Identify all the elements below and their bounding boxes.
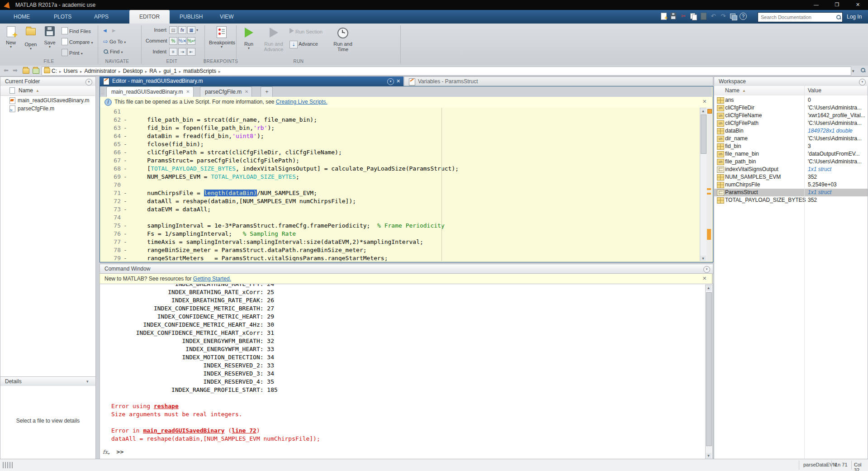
code-line[interactable]: 71- numChirpsFile = length(dataBin)/NUM_… — [100, 189, 712, 197]
code-line[interactable]: 65- fclose(fid_bin); — [100, 140, 712, 148]
current-folder-menu-icon[interactable]: ▾ — [85, 79, 92, 86]
indent-icons[interactable]: ≡⇥⇤ — [169, 48, 196, 56]
print-button[interactable]: Print ▾ — [62, 49, 83, 56]
workspace-row[interactable]: ans0 — [714, 96, 868, 104]
infobar-close-icon[interactable]: ✕ — [702, 99, 707, 105]
insert-icons[interactable]: ▤fx▦▾ — [169, 26, 198, 34]
scrollbar-thumb[interactable] — [701, 114, 707, 154]
workspace-row[interactable]: chfile_name_bin'dataOutputFromEV... — [714, 150, 868, 158]
file-item[interactable]: parseCfgFile.m — [0, 105, 95, 113]
run-and-advance-button[interactable]: Run and Advance — [261, 25, 287, 52]
copy-icon[interactable] — [689, 12, 698, 21]
close-button[interactable]: ✕ — [848, 0, 868, 10]
open-button[interactable]: Open▾ — [21, 25, 41, 51]
resize-grip[interactable] — [3, 462, 14, 468]
browse-folder-icon[interactable] — [33, 67, 39, 74]
command-window-menu-icon[interactable]: ▾ — [703, 266, 710, 273]
advance-button[interactable]: ⇣Advance — [289, 41, 318, 48]
workspace-row[interactable]: numChirpsFile5.2549e+03 — [714, 181, 868, 189]
nav-forward-icon[interactable]: ➡ — [13, 67, 18, 74]
editor-titlebar[interactable]: Editor - main_readGUISavedBinary.m ▾ ✕ — [100, 76, 403, 86]
code-line[interactable]: 70 — [100, 181, 712, 189]
code-line[interactable]: 64- dataBin = fread(fid_bin,'uint8'); — [100, 132, 712, 140]
minimize-button[interactable]: ― — [806, 0, 826, 10]
save-button[interactable]: Save▾ — [40, 25, 60, 49]
forward-arrow-icon[interactable]: ▸ — [112, 26, 116, 34]
editor-tab[interactable]: parseCfgFile.m✕ — [200, 86, 252, 97]
code-line[interactable]: 61 — [100, 108, 712, 116]
editor-close-icon[interactable]: ✕ — [396, 78, 400, 84]
name-column-header[interactable]: Name ▲ — [0, 86, 95, 96]
undo-icon[interactable]: ↶ — [709, 12, 718, 21]
editor-tab[interactable]: main_readGUISavedBinary.m✕ — [106, 86, 194, 97]
variables-titlebar[interactable]: Variables - ParamsStruct — [404, 76, 713, 87]
new-button[interactable]: New▾ — [1, 25, 21, 49]
find-files-button[interactable]: Find Files — [62, 27, 91, 34]
new-script-icon[interactable]: + — [659, 12, 668, 21]
scroll-up-icon[interactable]: ▲ — [706, 285, 711, 291]
breadcrumb-item[interactable]: Users — [62, 68, 79, 74]
tab-grip[interactable] — [101, 88, 104, 95]
workspace-row[interactable]: chfile_path_bin'C:\Users\Administra... — [714, 158, 868, 166]
editor-menu-icon[interactable]: ▾ — [387, 78, 394, 85]
error-link[interactable]: line 72 — [232, 427, 256, 434]
code-line[interactable]: 78- rangeBinSize_meter = ParamsStruct.da… — [100, 246, 712, 254]
code-editor-area[interactable]: 6162- file_path_bin = strcat(dir_name, f… — [100, 108, 712, 261]
ribbon-tab-view[interactable]: VIEW — [210, 10, 244, 24]
search-documentation-input[interactable] — [760, 13, 833, 21]
code-line[interactable]: 62- file_path_bin = strcat(dir_name, fil… — [100, 116, 712, 124]
scroll-down-icon[interactable]: ▼ — [700, 256, 706, 261]
code-line[interactable]: 66- cliCfgFilePath = strcat(cliCfgFileDi… — [100, 148, 712, 157]
cw-infobar-close-icon[interactable]: ✕ — [702, 276, 707, 281]
error-link[interactable]: main_readGUISavedBinary — [143, 427, 224, 434]
ribbon-tab-apps[interactable]: APPS — [84, 10, 119, 24]
switch-windows-icon[interactable] — [729, 12, 738, 21]
workspace-row[interactable]: dataBin1849728x1 double — [714, 127, 868, 135]
nav-back-icon[interactable]: ⬅ — [4, 67, 9, 74]
getting-started-link[interactable]: Getting Started. — [193, 276, 231, 282]
find-button[interactable]: Find ▾ — [103, 49, 123, 54]
workspace-row[interactable]: indexVitalSignsOutput1x1 struct — [714, 166, 868, 173]
login-link[interactable]: Log In — [847, 14, 862, 20]
file-item[interactable]: main_readGUISavedBinary.m — [0, 96, 95, 105]
code-line[interactable]: 73- dataEVM = dataAll; — [100, 205, 712, 214]
new-tab-button[interactable]: + — [261, 86, 273, 97]
workspace-row[interactable]: chdir_name'C:\Users\Administra... — [714, 135, 868, 143]
ribbon-tab-home[interactable]: HOME — [4, 10, 40, 24]
code-line[interactable]: 79- rangeStartMeters = ParamsStruct.vita… — [100, 254, 712, 261]
code-line[interactable]: 63- fid_bin = fopen(file_path_bin,'rb'); — [100, 124, 712, 132]
error-link[interactable]: reshape — [154, 403, 179, 409]
breadcrumb-item[interactable]: gui_1 — [162, 68, 178, 74]
comment-icons[interactable]: %%✕%↵ — [169, 37, 196, 45]
workspace-row[interactable]: chcliCfgFileDir'C:\Users\Administra... — [714, 104, 868, 112]
workspace-row[interactable]: TOTAL_PAYLOAD_SIZE_BYTES352 — [714, 196, 868, 204]
code-line[interactable]: 74 — [100, 214, 712, 222]
collapse-chevron-icon[interactable]: ▾ — [86, 379, 89, 384]
run-and-time-button[interactable]: Run and Time — [330, 25, 356, 52]
back-arrow-icon[interactable]: ◂ — [103, 26, 107, 34]
paste-icon[interactable] — [699, 12, 708, 21]
command-window-scrollbar[interactable]: ▲ ▼ — [705, 285, 713, 459]
breadcrumb-item[interactable]: C: — [50, 68, 58, 74]
search-icon[interactable] — [836, 14, 841, 20]
code-line[interactable]: 68- [TOTAL_PAYLOAD_SIZE_BYTES, indexVita… — [100, 165, 712, 173]
workspace-menu-icon[interactable]: ▾ — [859, 79, 866, 86]
code-line[interactable]: 77- timeAxis = samplingInterval:sampling… — [100, 238, 712, 246]
addressbar-search-icon[interactable] — [860, 67, 866, 73]
tab-close-icon[interactable]: ✕ — [186, 87, 190, 97]
redo-icon[interactable]: ↷ — [719, 12, 728, 21]
workspace-column-headers[interactable]: Name ▲ Value — [714, 86, 868, 96]
breadcrumb-item[interactable]: RA — [148, 68, 158, 74]
workspace-row[interactable]: ParamsStruct1x1 struct — [714, 189, 868, 196]
ribbon-tab-plots[interactable]: PLOTS — [44, 10, 81, 24]
run-button[interactable]: Run▾ — [239, 25, 259, 50]
breadcrumb[interactable]: C:▸Users▸Administrator▸Desktop▸RA▸gui_1▸… — [42, 67, 851, 76]
code-line[interactable]: 67- ParamsStruct= parseCfgFile(cliCfgFil… — [100, 157, 712, 165]
scroll-down-icon[interactable]: ▼ — [706, 453, 711, 459]
workspace-row[interactable]: NUM_SAMPLES_EVM352 — [714, 173, 868, 181]
breadcrumb-item[interactable]: Administrator — [83, 68, 118, 74]
code-line[interactable]: 76- Fs = 1/samplingInterval; % Sampling … — [100, 230, 712, 238]
details-header[interactable]: Details ▾ — [0, 376, 96, 387]
breadcrumb-item[interactable]: Desktop — [122, 68, 144, 74]
ribbon-tab-publish[interactable]: PUBLISH — [170, 10, 213, 24]
